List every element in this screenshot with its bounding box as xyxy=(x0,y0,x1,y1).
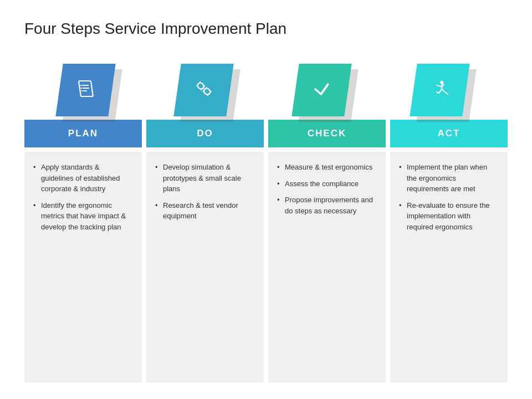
icon-row xyxy=(24,53,508,120)
header-plan: PLAN xyxy=(24,120,142,147)
list-item: Develop simulation & prototypes & small … xyxy=(155,162,255,195)
page-title: Four Steps Service Improvement Plan xyxy=(24,20,508,38)
icon-block-check xyxy=(270,53,381,120)
do-icon xyxy=(193,78,214,103)
svg-point-9 xyxy=(203,88,211,94)
content-check: Measure & test ergonomics Assess the com… xyxy=(268,152,386,382)
svg-line-24 xyxy=(436,92,438,93)
list-item: Assess the compliance xyxy=(277,178,377,190)
icon-block-plan xyxy=(34,53,145,120)
svg-point-18 xyxy=(440,81,444,84)
svg-line-23 xyxy=(442,89,446,93)
header-act: ACT xyxy=(390,120,508,147)
svg-point-8 xyxy=(197,83,204,89)
page: Four Steps Service Improvement Plan xyxy=(0,0,532,399)
act-icon xyxy=(429,78,451,103)
list-item: Apply standards & guidelines of establis… xyxy=(33,162,133,195)
list-item: Research & test vendor equipment xyxy=(155,200,255,222)
list-item: Implement the plan when the ergonomics r… xyxy=(399,162,499,195)
icon-block-do xyxy=(152,53,263,120)
header-row: PLAN DO CHECK ACT xyxy=(24,120,508,147)
header-do: DO xyxy=(146,120,264,147)
list-item: Measure & test ergonomics xyxy=(277,162,377,173)
list-item: Identify the ergonomic metrics that have… xyxy=(33,200,133,233)
content-area: PLAN DO CHECK ACT Apply standards & guid… xyxy=(24,53,508,382)
content-act: Implement the plan when the ergonomics r… xyxy=(390,152,508,382)
icon-block-act xyxy=(388,53,499,120)
check-icon xyxy=(311,78,332,103)
list-item: Propose improvements and do steps as nec… xyxy=(277,195,377,216)
content-do: Develop simulation & prototypes & small … xyxy=(146,152,264,382)
svg-line-25 xyxy=(445,93,447,94)
content-row: Apply standards & guidelines of establis… xyxy=(24,152,508,382)
header-check: CHECK xyxy=(268,120,386,147)
content-plan: Apply standards & guidelines of establis… xyxy=(24,152,142,382)
list-item: Re-evaluate to ensure the implementation… xyxy=(399,200,499,233)
svg-line-20 xyxy=(437,85,441,86)
plan-icon xyxy=(75,78,96,103)
